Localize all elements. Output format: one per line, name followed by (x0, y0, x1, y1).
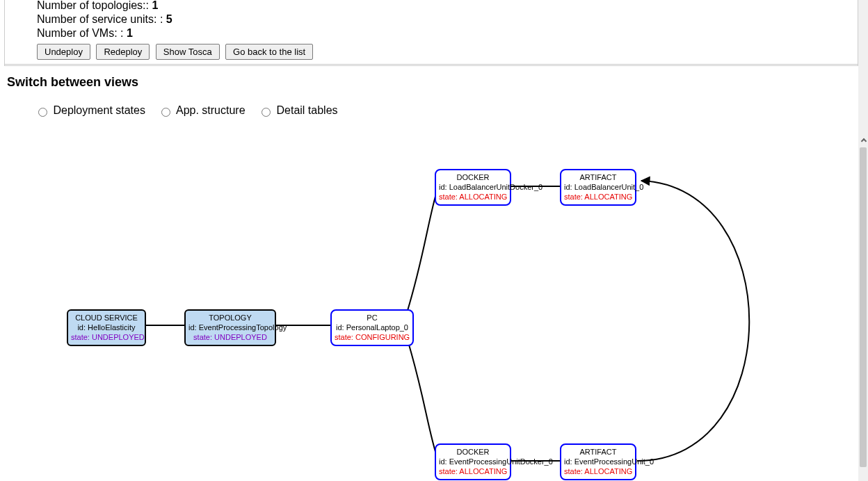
node-topology[interactable]: TOPOLOGY id: EventProcessingTopology sta… (184, 309, 276, 346)
vms-value: 1 (127, 27, 133, 39)
radio-deployment-states[interactable]: Deployment states (35, 104, 148, 116)
node-cloud-service-title: CLOUD SERVICE (71, 313, 142, 323)
radio-detail-tables[interactable]: Detail tables (258, 104, 338, 116)
radio-app-structure-label: App. structure (176, 104, 246, 116)
node-docker-bottom-title: DOCKER (439, 448, 507, 457)
redeploy-button[interactable]: Redeploy (96, 44, 150, 60)
node-artifact-bottom-title: ARTIFACT (564, 448, 632, 457)
separator (4, 64, 858, 65)
radio-detail-tables-input[interactable] (262, 108, 271, 117)
node-docker-top[interactable]: DOCKER id: LoadBalancerUnitDocker_0 stat… (435, 169, 511, 206)
node-cloud-service[interactable]: CLOUD SERVICE id: HelloElasticity state:… (67, 309, 146, 346)
radio-deployment-states-label: Deployment states (53, 104, 145, 116)
action-button-row: Undeploy Redeploy Show Tosca Go back to … (37, 44, 851, 60)
vms-line: Number of VMs: : 1 (37, 27, 851, 40)
node-docker-top-id: id: LoadBalancerUnitDocker_0 (439, 183, 507, 193)
node-pc-state: state: CONFIGURING (335, 333, 410, 343)
node-topology-id: id: EventProcessingTopology (188, 323, 272, 333)
topologies-line: Number of topologies:: 1 (37, 0, 851, 12)
radio-deployment-states-input[interactable] (38, 108, 47, 117)
node-artifact-top-id: id: LoadBalancerUnit_0 (564, 183, 632, 193)
node-artifact-top[interactable]: ARTIFACT id: LoadBalancerUnit_0 state: A… (560, 169, 636, 206)
undeploy-button[interactable]: Undeploy (37, 44, 90, 60)
node-artifact-bottom-state: state: ALLOCATING (564, 467, 632, 477)
view-radio-group: Deployment states App. structure Detail … (35, 104, 348, 117)
radio-detail-tables-label: Detail tables (277, 104, 338, 116)
node-artifact-top-title: ARTIFACT (564, 173, 632, 183)
show-tosca-button[interactable]: Show Tosca (156, 44, 220, 60)
go-back-button[interactable]: Go back to the list (225, 44, 313, 60)
node-docker-bottom[interactable]: DOCKER id: EventProcessingUnitDocker_0 s… (435, 443, 511, 480)
node-cloud-service-state: state: UNDEPLOYED (71, 333, 142, 343)
switch-views-title: Switch between views (7, 75, 138, 90)
units-value: 5 (166, 13, 172, 25)
node-pc[interactable]: PC id: PersonalLaptop_0 state: CONFIGURI… (330, 309, 414, 346)
topologies-value: 1 (152, 0, 158, 11)
vertical-scrollbar[interactable] (858, 0, 868, 481)
node-cloud-service-id: id: HelloElasticity (71, 323, 142, 333)
app-window: Number of topologies:: 1 Number of servi… (0, 0, 868, 481)
radio-app-structure-input[interactable] (161, 108, 170, 117)
node-artifact-bottom[interactable]: ARTIFACT id: EventProcessingUnit_0 state… (560, 443, 636, 480)
scrollbar-thumb[interactable] (860, 147, 867, 467)
units-line: Number of service units: : 5 (37, 13, 851, 26)
node-artifact-bottom-id: id: EventProcessingUnit_0 (564, 457, 632, 467)
node-artifact-top-state: state: ALLOCATING (564, 193, 632, 202)
summary-panel: Number of topologies:: 1 Number of servi… (4, 0, 858, 66)
node-topology-title: TOPOLOGY (188, 313, 272, 323)
radio-app-structure[interactable]: App. structure (158, 104, 248, 116)
graph-canvas[interactable]: CLOUD SERVICE id: HelloElasticity state:… (0, 138, 858, 481)
node-docker-top-title: DOCKER (439, 173, 507, 183)
node-docker-top-state: state: ALLOCATING (439, 193, 507, 202)
units-label: Number of service units: : (37, 13, 166, 25)
node-docker-bottom-state: state: ALLOCATING (439, 467, 507, 477)
node-docker-bottom-id: id: EventProcessingUnitDocker_0 (439, 457, 507, 467)
node-pc-id: id: PersonalLaptop_0 (335, 323, 410, 333)
vms-label: Number of VMs: : (37, 27, 127, 39)
node-pc-title: PC (335, 313, 410, 323)
node-topology-state: state: UNDEPLOYED (188, 333, 272, 343)
topologies-label: Number of topologies:: (37, 0, 152, 11)
